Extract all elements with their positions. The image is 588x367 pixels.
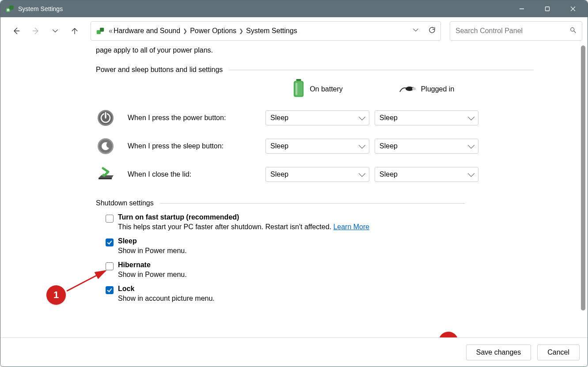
back-button[interactable] [10, 25, 23, 37]
lock-title: Lock [118, 285, 215, 293]
power-settings-grid: On battery Plugged in When I press the p… [96, 79, 588, 184]
section-rule [160, 203, 465, 204]
svg-rect-8 [100, 28, 104, 32]
window-root: System Settings [0, 0, 588, 367]
footer: Save changes Cancel [0, 337, 588, 367]
svg-rect-1 [9, 6, 13, 10]
close-lid-battery-select[interactable]: Sleep [266, 167, 369, 182]
svg-rect-16 [412, 87, 416, 90]
minimize-button[interactable] [509, 0, 535, 17]
search-icon[interactable] [569, 26, 577, 35]
up-button[interactable] [68, 25, 81, 37]
select-value: Sleep [270, 170, 288, 178]
fast-startup-checkbox[interactable] [106, 215, 114, 223]
maximize-button[interactable] [535, 0, 560, 17]
close-button[interactable] [560, 0, 586, 17]
fast-startup-title: Turn on fast startup (recommended) [118, 213, 369, 221]
svg-rect-11 [296, 79, 301, 81]
address-bar[interactable]: « Hardware and Sound ❯ Power Options ❯ S… [91, 21, 441, 41]
annotation-badge-1: 1 [46, 285, 66, 305]
section-title: Shutdown settings [96, 199, 154, 207]
svg-rect-2 [7, 9, 9, 11]
titlebar: System Settings [0, 0, 588, 17]
svg-rect-14 [296, 83, 297, 95]
recent-locations-button[interactable] [49, 25, 61, 37]
breadcrumb-item[interactable]: Power Options [190, 27, 236, 35]
close-lid-icon [96, 165, 115, 184]
window-controls [509, 0, 586, 17]
svg-line-10 [574, 31, 576, 33]
select-value: Sleep [270, 114, 288, 122]
vertical-scrollbar[interactable] [580, 45, 587, 317]
select-value: Sleep [379, 170, 398, 178]
learn-more-link[interactable]: Learn More [333, 223, 369, 231]
lock-desc: Show in account picture menu. [118, 295, 215, 303]
search-box[interactable] [450, 21, 582, 41]
power-button-icon [96, 108, 115, 128]
sleep-button-plugged-select[interactable]: Sleep [375, 139, 478, 154]
on-battery-label: On battery [310, 85, 343, 93]
hibernate-title: Hibernate [118, 261, 187, 269]
sleep-title: Sleep [118, 237, 187, 245]
power-button-plugged-select[interactable]: Sleep [375, 110, 478, 125]
sleep-button-label: When I press the sleep button: [128, 142, 260, 150]
hibernate-checkbox[interactable] [106, 262, 114, 270]
select-value: Sleep [379, 142, 398, 150]
close-lid-label: When I close the lid: [128, 170, 260, 178]
fast-startup-row: Turn on fast startup (recommended) This … [106, 213, 588, 231]
sleep-checkbox[interactable] [106, 238, 114, 246]
nav-arrows [6, 25, 85, 37]
section-title: Power and sleep buttons and lid settings [96, 66, 223, 74]
select-value: Sleep [379, 114, 398, 122]
forward-button[interactable] [30, 25, 42, 37]
close-lid-plugged-select[interactable]: Sleep [375, 167, 478, 182]
breadcrumb-item[interactable]: Hardware and Sound [114, 27, 180, 35]
section-rule [229, 70, 534, 70]
power-button-label: When I press the power button: [128, 114, 260, 122]
lock-row: Lock Show in account picture menu. [106, 285, 588, 303]
refresh-button[interactable] [428, 26, 436, 36]
content-area: page apply to all of your power plans. P… [0, 45, 588, 337]
sleep-button-icon [96, 136, 115, 156]
save-changes-button[interactable]: Save changes [466, 344, 531, 360]
lock-checkbox[interactable] [106, 286, 114, 294]
select-value: Sleep [270, 142, 288, 150]
address-dropdown-icon[interactable] [412, 26, 419, 35]
section-header-power: Power and sleep buttons and lid settings [96, 66, 588, 74]
breadcrumb-overflow[interactable]: « [108, 27, 114, 35]
intro-text: page apply to all of your power plans. [96, 46, 588, 54]
sleep-row: Sleep Show in Power menu. [106, 237, 588, 255]
plugged-in-header: Plugged in [375, 82, 478, 96]
on-battery-header: On battery [266, 79, 369, 99]
power-button-battery-select[interactable]: Sleep [266, 110, 369, 125]
hibernate-row: Hibernate Show in Power menu. [106, 261, 588, 279]
plug-icon [399, 82, 417, 96]
breadcrumb-item[interactable]: System Settings [246, 27, 297, 35]
address-icon [95, 26, 105, 36]
svg-rect-4 [546, 7, 550, 11]
plugged-in-label: Plugged in [421, 85, 455, 93]
hibernate-desc: Show in Power menu. [118, 271, 187, 279]
chevron-right-icon: ❯ [239, 28, 243, 34]
section-header-shutdown: Shutdown settings [96, 199, 588, 207]
app-icon [5, 4, 15, 14]
fast-startup-desc: This helps start your PC faster after sh… [118, 223, 369, 231]
cancel-button[interactable]: Cancel [537, 344, 580, 360]
sleep-desc: Show in Power menu. [118, 247, 187, 255]
search-input[interactable] [455, 27, 569, 35]
battery-icon [292, 79, 305, 99]
sleep-button-battery-select[interactable]: Sleep [266, 139, 369, 154]
navigation-bar: « Hardware and Sound ❯ Power Options ❯ S… [0, 17, 588, 45]
scrollbar-thumb[interactable] [581, 45, 585, 310]
window-title: System Settings [18, 5, 63, 12]
svg-point-9 [571, 28, 574, 31]
chevron-right-icon: ❯ [183, 28, 187, 34]
